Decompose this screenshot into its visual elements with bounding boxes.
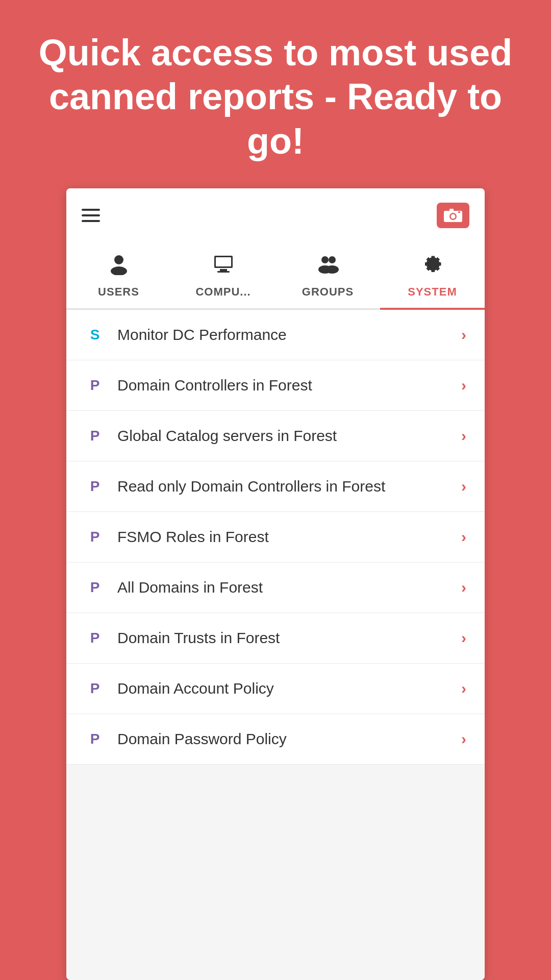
- chevron-right-icon: ›: [461, 377, 466, 394]
- hero-heading: Quick access to most used canned reports…: [0, 0, 551, 188]
- svg-point-13: [329, 256, 336, 263]
- tab-users-label: USERS: [98, 285, 139, 299]
- computer-icon: [212, 253, 235, 280]
- chevron-right-icon: ›: [461, 528, 466, 546]
- item-label: All Domains in Forest: [117, 579, 449, 596]
- svg-rect-8: [216, 257, 231, 266]
- list-item[interactable]: S Monitor DC Performance ›: [66, 310, 485, 360]
- badge-s: S: [85, 327, 105, 343]
- svg-rect-9: [220, 269, 227, 271]
- chevron-right-icon: ›: [461, 326, 466, 344]
- svg-point-14: [325, 265, 339, 274]
- chevron-right-icon: ›: [461, 579, 466, 596]
- item-label: Domain Controllers in Forest: [117, 377, 449, 394]
- list-item[interactable]: P Global Catalog servers in Forest ›: [66, 411, 485, 461]
- list-item[interactable]: P Domain Controllers in Forest ›: [66, 360, 485, 411]
- item-label: Domain Trusts in Forest: [117, 629, 449, 647]
- chevron-right-icon: ›: [461, 629, 466, 647]
- badge-p: P: [85, 630, 105, 646]
- badge-p: P: [85, 377, 105, 394]
- tab-system[interactable]: SYSTEM: [380, 242, 485, 310]
- user-icon: [108, 253, 130, 280]
- chevron-right-icon: ›: [461, 680, 466, 697]
- tab-system-label: SYSTEM: [408, 285, 457, 299]
- badge-p: P: [85, 680, 105, 697]
- report-list: S Monitor DC Performance › P Domain Cont…: [66, 310, 485, 980]
- tab-computers-label: COMPU...: [195, 285, 251, 299]
- svg-rect-4: [458, 211, 460, 213]
- badge-p: P: [85, 478, 105, 495]
- app-header: [66, 188, 485, 242]
- tab-users[interactable]: USERS: [66, 242, 171, 310]
- camera-icon: [444, 208, 462, 223]
- camera-button[interactable]: [437, 203, 469, 228]
- badge-p: P: [85, 529, 105, 545]
- list-item[interactable]: P FSMO Roles in Forest ›: [66, 512, 485, 562]
- list-item[interactable]: P Domain Trusts in Forest ›: [66, 613, 485, 664]
- gear-icon: [421, 253, 444, 280]
- badge-p: P: [85, 428, 105, 444]
- item-label: Domain Password Policy: [117, 730, 449, 748]
- badge-p: P: [85, 731, 105, 747]
- chevron-right-icon: ›: [461, 730, 466, 748]
- hamburger-menu-button[interactable]: [82, 209, 100, 222]
- list-item[interactable]: P All Domains in Forest ›: [66, 562, 485, 613]
- item-label: Domain Account Policy: [117, 680, 449, 697]
- item-label: Read only Domain Controllers in Forest: [117, 478, 449, 495]
- chevron-right-icon: ›: [461, 427, 466, 445]
- list-item[interactable]: P Read only Domain Controllers in Forest…: [66, 461, 485, 512]
- tab-groups-label: GROUPS: [302, 285, 354, 299]
- svg-rect-10: [217, 271, 230, 273]
- item-label: Global Catalog servers in Forest: [117, 427, 449, 445]
- list-item[interactable]: P Domain Password Policy ›: [66, 714, 485, 765]
- svg-point-2: [451, 214, 456, 219]
- tab-computers[interactable]: COMPU...: [171, 242, 276, 310]
- badge-p: P: [85, 579, 105, 596]
- tab-groups[interactable]: GROUPS: [276, 242, 380, 310]
- svg-point-6: [111, 266, 127, 275]
- app-window: USERS COMPU...: [66, 188, 485, 980]
- tab-bar: USERS COMPU...: [66, 242, 485, 310]
- group-icon: [317, 253, 339, 280]
- svg-rect-3: [449, 209, 454, 211]
- item-label: FSMO Roles in Forest: [117, 528, 449, 546]
- chevron-right-icon: ›: [461, 478, 466, 495]
- list-item[interactable]: P Domain Account Policy ›: [66, 664, 485, 714]
- svg-point-5: [114, 255, 123, 264]
- item-label: Monitor DC Performance: [117, 326, 449, 344]
- svg-point-11: [321, 256, 329, 263]
